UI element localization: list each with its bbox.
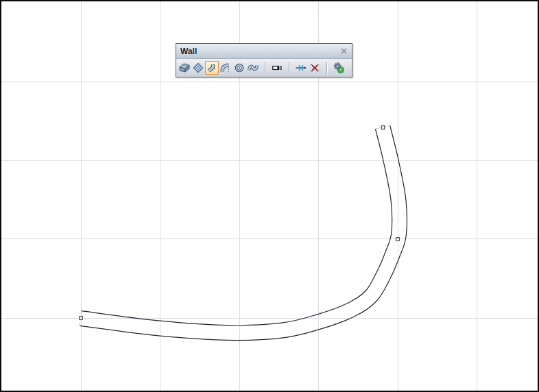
corner-wall-button[interactable]	[205, 61, 219, 75]
curved-wall-button[interactable]	[219, 61, 232, 75]
palette-toolbar	[176, 59, 352, 77]
straight-wall-button[interactable]	[178, 61, 191, 75]
wall-node[interactable]	[381, 126, 385, 130]
wall-end-button[interactable]	[270, 61, 284, 75]
toolbar-separator	[265, 62, 265, 74]
curved-wall-icon	[220, 62, 231, 73]
toolbar-separator	[326, 62, 327, 74]
wall-node[interactable]	[396, 238, 400, 241]
axis-cross-icon	[296, 62, 307, 73]
wall-node[interactable]	[80, 317, 83, 320]
red-x-icon	[309, 62, 320, 73]
toolbar-separator	[289, 62, 289, 74]
reference-line-button[interactable]	[294, 61, 308, 75]
circle-wall-icon	[234, 62, 245, 73]
settings-button[interactable]	[332, 61, 346, 75]
diamond-icon	[193, 62, 204, 73]
circular-wall-button[interactable]	[232, 61, 246, 75]
close-icon[interactable]	[341, 48, 347, 54]
app-window: Wall	[0, 0, 539, 392]
gears-icon	[333, 62, 345, 74]
wall-tool-palette: Wall	[176, 43, 352, 77]
straight-wall-icon	[179, 62, 190, 73]
palette-title: Wall	[180, 47, 197, 56]
polyline-wall-button[interactable]	[246, 61, 260, 75]
corner-wall-icon	[206, 62, 217, 73]
reference-line-off-button[interactable]	[308, 61, 322, 75]
zigzag-wall-icon	[248, 62, 259, 73]
wall-end-icon	[272, 62, 283, 73]
diamond-wall-button[interactable]	[191, 61, 205, 75]
palette-titlebar[interactable]: Wall	[176, 44, 352, 59]
